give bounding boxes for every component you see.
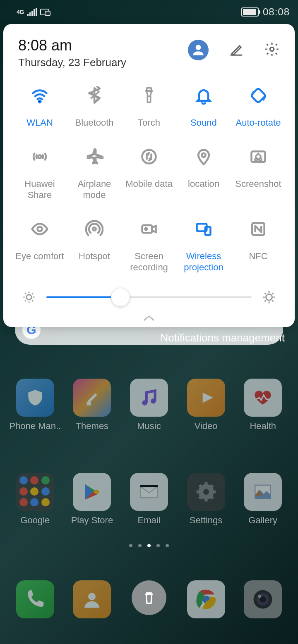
settings-button[interactable]	[264, 41, 280, 59]
svg-point-12	[88, 593, 96, 600]
svg-point-0	[196, 45, 201, 50]
qs-tile-wirelessproj[interactable]: Wireless projection	[177, 216, 230, 273]
qs-tile-label: Auto-rotate	[236, 117, 281, 129]
brush-icon	[73, 379, 111, 417]
quick-settings-panel: 8:08 am Thursday, 23 February WLANBlueto…	[3, 24, 295, 327]
app-phone-man-[interactable]: Phone Man..	[7, 379, 64, 432]
qs-tile-wlan[interactable]: WLAN	[13, 82, 66, 129]
app-grid: Phone Man..ThemesMusicVideoHealthGoogleP…	[7, 379, 291, 526]
gallery-icon	[244, 473, 282, 511]
app-settings[interactable]: Settings	[178, 473, 235, 526]
qs-tile-label: Huawei Share	[13, 178, 66, 201]
bell-icon	[190, 82, 217, 109]
app-label: Video	[195, 421, 218, 432]
qs-tile-bluetooth[interactable]: Bluetooth	[68, 82, 121, 129]
qs-tile-screenrec[interactable]: Screen recording	[123, 216, 175, 273]
expand-toggle[interactable]	[13, 315, 285, 322]
qs-tile-label: location	[188, 178, 219, 190]
wifi-icon	[26, 82, 53, 109]
gear-icon	[187, 473, 225, 511]
qs-tile-label: Airplane mode	[68, 178, 121, 201]
share-waves-icon	[26, 143, 53, 170]
status-bar: 4G 08:08	[0, 0, 298, 24]
app-camera[interactable]: Camera	[234, 580, 291, 618]
app-phone[interactable]: Phone	[7, 580, 64, 618]
svg-point-3	[266, 294, 272, 300]
page-indicator	[0, 544, 298, 547]
envelope-icon	[130, 473, 168, 511]
qs-tile-autorotate[interactable]: Auto-rotate	[232, 82, 285, 129]
gear-icon	[264, 41, 280, 57]
app-contacts[interactable]: Contacts	[64, 580, 121, 618]
qs-tile-screenshot[interactable]: Screenshot	[232, 143, 285, 201]
svg-rect-8	[140, 485, 158, 487]
music-icon	[130, 379, 168, 417]
svg-point-5	[142, 400, 147, 405]
qs-tile-torch[interactable]: Torch	[123, 82, 175, 129]
camera-icon	[244, 580, 282, 618]
svg-point-2	[26, 295, 31, 300]
qs-tile-label: Screen recording	[123, 250, 175, 273]
app-label: Health	[250, 421, 276, 432]
location-icon	[190, 143, 217, 170]
app-label: Themes	[76, 421, 108, 432]
qs-date: Thursday, 23 February	[18, 56, 126, 69]
chevron-up-icon	[142, 315, 156, 322]
notifications-management-link[interactable]: Notifications management	[3, 327, 295, 348]
qs-tile-huaweishare[interactable]: Huawei Share	[13, 143, 66, 201]
brightness-thumb[interactable]	[111, 288, 130, 307]
app-video[interactable]: Video	[178, 379, 235, 432]
qs-tile-location[interactable]: location	[177, 143, 230, 201]
hotspot-icon	[81, 216, 108, 242]
app-music[interactable]: Music	[120, 379, 178, 432]
play-icon	[187, 379, 225, 417]
app-google[interactable]: Google	[7, 473, 64, 526]
chrome-icon	[187, 580, 225, 618]
qs-tile-hotspot[interactable]: Hotspot	[68, 216, 121, 273]
qs-tile-mobiledata[interactable]: Mobile data	[123, 143, 175, 201]
cast-status-icon	[40, 9, 49, 15]
qs-tile-eyecomfort[interactable]: Eye comfort	[13, 216, 66, 273]
qs-header: 8:08 am Thursday, 23 February	[13, 37, 285, 69]
pencil-icon	[228, 41, 244, 57]
signal-bars-icon	[27, 8, 37, 16]
qs-tile-label: WLAN	[26, 117, 53, 129]
app-health[interactable]: Health	[234, 379, 291, 432]
qs-tile-label: Screenshot	[235, 178, 281, 190]
app-play-store[interactable]: Play Store	[64, 473, 121, 526]
qs-tile-sound[interactable]: Sound	[177, 82, 230, 129]
qs-tile-nfc[interactable]: NFC	[232, 216, 285, 273]
app-label: Email	[137, 515, 160, 526]
app-label: Phone Man..	[9, 421, 61, 432]
svg-point-6	[151, 398, 156, 404]
network-badge: 4G	[17, 9, 24, 15]
contact-icon	[73, 580, 111, 618]
qs-time: 8:08 am	[18, 37, 126, 54]
app-themes[interactable]: Themes	[64, 379, 121, 432]
scissors-icon	[245, 143, 272, 170]
brightness-slider[interactable]	[13, 290, 285, 305]
user-icon	[190, 42, 206, 58]
app-chrome[interactable]: Chrome	[178, 580, 235, 618]
flashlight-icon	[136, 82, 162, 109]
qs-tile-label: Bluetooth	[75, 117, 114, 129]
camcorder-icon	[136, 216, 162, 242]
qs-tile-airplane[interactable]: Airplane mode	[68, 143, 121, 201]
cast-icon	[190, 216, 217, 242]
qs-tile-label: Wireless projection	[177, 250, 230, 273]
profile-button[interactable]	[188, 40, 209, 60]
shield-icon	[16, 379, 54, 417]
app-email[interactable]: Email	[120, 473, 178, 526]
qs-tile-label: Eye comfort	[15, 250, 64, 262]
edit-button[interactable]	[228, 41, 244, 59]
rotate-icon	[245, 82, 272, 109]
svg-point-1	[270, 47, 274, 51]
app-label: Music	[137, 421, 161, 432]
trash-icon	[132, 580, 166, 615]
phone-icon	[16, 580, 54, 618]
app-trash[interactable]: Trash	[120, 580, 178, 618]
brightness-track[interactable]	[46, 296, 252, 298]
brightness-low-icon	[22, 290, 36, 305]
nfc-icon	[245, 216, 272, 242]
app-gallery[interactable]: Gallery	[234, 473, 291, 526]
